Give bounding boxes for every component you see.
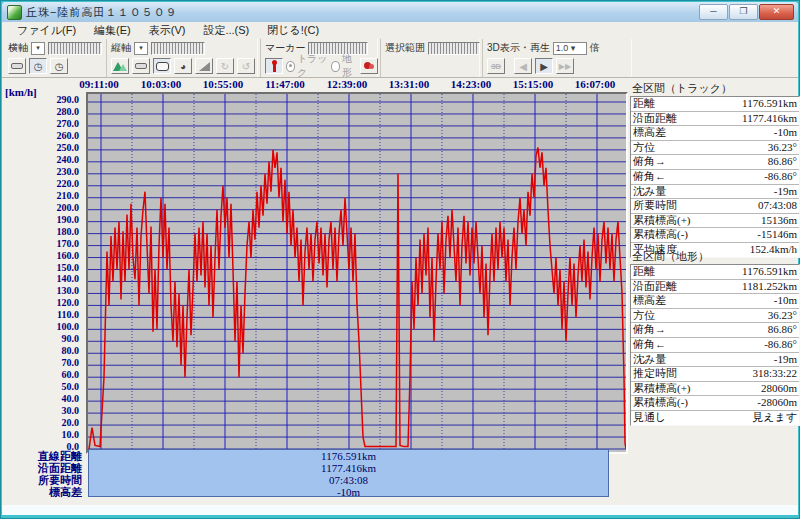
terrain-summary-panel: 全区間（地形） 距離1176.591km沿面距離1181.252km標高差-10… (630, 248, 800, 426)
playback-speed-select[interactable]: 1.0 ▾ (553, 42, 587, 55)
bottom-info-value: 1177.416km (89, 462, 608, 474)
time-axis-labels: 09:11:0010:03:0010:55:0011:47:0012:39:00… (86, 78, 624, 91)
vertical-axis-group: 縦軸 ▾ ◕ ↻ ↺ (106, 39, 258, 77)
vertical-axis-label: 縦軸 (111, 41, 131, 55)
menu-item-1[interactable]: 編集(E) (85, 22, 140, 39)
radio-circle-icon (331, 61, 340, 72)
horizontal-axis-group: 横軸 ▾ ◷ ◷ (4, 39, 106, 77)
summary-row-label: 方位 (633, 141, 655, 155)
bottom-info-label: 沿面距離 (2, 462, 82, 474)
summary-row-label: 標高差 (633, 294, 666, 308)
summary-row-label: 沿面距離 (633, 280, 677, 294)
summary-row-value: -19m (774, 353, 797, 367)
bottom-info-value: 07:43:08 (89, 474, 608, 486)
menu-item-2[interactable]: 表示(V) (140, 22, 195, 39)
terrain-radio[interactable]: 地形 (331, 52, 357, 80)
x-tick-label: 14:23:00 (451, 78, 491, 90)
menu-item-0[interactable]: ファイル(F) (8, 22, 85, 39)
summary-row-label: 俯角→ (633, 155, 666, 169)
y-tick-label: 140.0 (32, 273, 79, 284)
rotate-ccw-button[interactable]: ↺ (237, 58, 255, 74)
speed-line-series (89, 148, 626, 450)
summary-row-value: 86.86° (768, 155, 797, 169)
y-tick-label: 100.0 (32, 321, 79, 332)
title-bar[interactable]: 丘珠−陸前高田１１０５０９ ─ ❐ ✕ (2, 2, 798, 22)
view-3d-button[interactable]: 3D (487, 58, 505, 74)
selection-range-slider[interactable] (428, 42, 480, 55)
y-tick-label: 290.0 (32, 94, 79, 105)
vaxis-zoom-slider[interactable] (151, 42, 205, 55)
time-axis-button[interactable]: ◷ (29, 58, 47, 74)
speed-graph-icon (156, 62, 169, 71)
radio-dot-icon (286, 61, 295, 72)
flat-bar-icon (135, 63, 147, 69)
bottom-info-label: 所要時間 (2, 474, 82, 486)
speed-graph-button[interactable] (153, 58, 171, 74)
y-tick-label: 210.0 (32, 190, 79, 201)
x-tick-label: 13:31:00 (389, 78, 429, 90)
step-back-button[interactable]: ◀ (514, 58, 532, 74)
summary-row: 累積標高(+)15136m (631, 214, 799, 229)
maximize-button[interactable]: ❐ (729, 4, 758, 20)
x-tick-label: 15:15:00 (513, 78, 553, 90)
playback-label: 3D表示・再生 (487, 41, 550, 55)
summary-row-value: 07:43:08 (758, 199, 797, 213)
summary-row: 距離1176.591km (631, 97, 799, 112)
terrain-summary-table: 距離1176.591km沿面距離1181.252km標高差-10m方位36.23… (630, 264, 800, 426)
summary-row-label: 俯角← (633, 338, 666, 352)
summary-row: 方位36.23° (631, 141, 799, 156)
summary-row-label: 距離 (633, 97, 655, 111)
summary-row: 俯角←-86.86° (631, 338, 799, 353)
gauge-button[interactable]: ◕ (174, 58, 192, 74)
slope-button[interactable] (195, 58, 213, 74)
summary-row: 俯角←-86.86° (631, 170, 799, 185)
menu-item-3[interactable]: 設定...(S) (194, 22, 258, 39)
y-tick-label: 230.0 (32, 166, 79, 177)
haxis-combo-icon[interactable]: ▾ (31, 42, 45, 55)
summary-row-label: 累積標高(+) (633, 382, 691, 396)
playback-speed-value: 1.0 (556, 43, 569, 53)
summary-row-value: -28060m (757, 396, 797, 410)
window-title: 丘珠−陸前高田１１０５０９ (26, 5, 177, 20)
step-forward-button[interactable]: ▶▶ (556, 58, 574, 74)
summary-row-label: 沿面距離 (633, 112, 677, 126)
time-axis2-button[interactable]: ◷ (50, 58, 68, 74)
haxis-zoom-slider[interactable] (48, 42, 102, 55)
clock-icon: ◷ (34, 61, 43, 72)
horizontal-axis-label: 横軸 (8, 41, 28, 55)
gauge-icon: ◕ (180, 61, 186, 72)
summary-row: 累積標高(-)-28060m (631, 396, 799, 411)
summary-row: 累積標高(-)-15146m (631, 228, 799, 243)
bottom-info-box: 1176.591km1177.416km07:43:08-10m (88, 449, 609, 497)
summary-row-label: 沈み量 (633, 185, 666, 199)
play-button[interactable]: ▶ (535, 58, 553, 74)
summary-row-label: 標高差 (633, 126, 666, 140)
summary-row: 沈み量-19m (631, 185, 799, 200)
marker-button[interactable] (265, 58, 283, 74)
playback-group: 3D表示・再生 1.0 ▾ 倍 3D ◀ ▶ ▶▶ (482, 39, 632, 77)
y-tick-label: 70.0 (32, 357, 79, 368)
bottom-info-labels: 直線距離沿面距離所要時間標高差 (2, 450, 82, 498)
summary-row: 見通し見えます (631, 411, 799, 425)
y-tick-label: 190.0 (32, 214, 79, 225)
speed-time-chart[interactable] (86, 92, 628, 454)
y-tick-label: 120.0 (32, 297, 79, 308)
summary-row-value: 1177.416km (742, 112, 797, 126)
summary-row: 累積標高(+)28060m (631, 382, 799, 397)
vaxis-combo-icon[interactable]: ▾ (134, 42, 148, 55)
y-tick-label: 40.0 (32, 393, 79, 404)
y-tick-label: 150.0 (32, 262, 79, 273)
menu-item-4[interactable]: 閉じる!(C) (258, 22, 328, 39)
rotate-cw-button[interactable]: ↻ (216, 58, 234, 74)
terrain-summary-title: 全区間（地形） (630, 248, 800, 264)
summary-row-value: -19m (774, 185, 797, 199)
elevation-button[interactable] (111, 58, 129, 74)
summary-row-label: 沈み量 (633, 353, 666, 367)
marker-color-button[interactable] (360, 58, 378, 74)
track-radio[interactable]: トラック (286, 52, 328, 80)
distance-axis-button[interactable] (8, 58, 26, 74)
close-button[interactable]: ✕ (759, 4, 794, 20)
minimize-button[interactable]: ─ (699, 4, 728, 20)
flat-graph-button[interactable] (132, 58, 150, 74)
summary-row: 標高差-10m (631, 126, 799, 141)
